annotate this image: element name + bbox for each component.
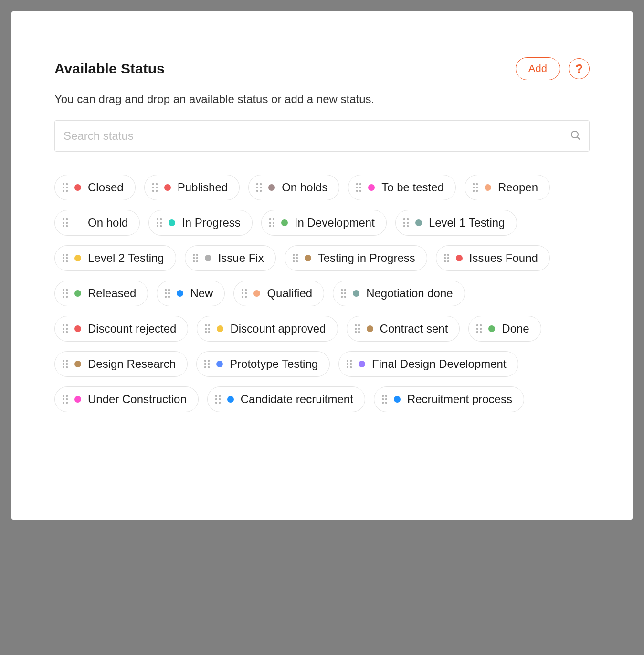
- status-chip[interactable]: Candidate recruitment: [207, 386, 365, 412]
- status-chip[interactable]: In Development: [261, 210, 387, 236]
- status-chip-label: Under Construction: [88, 393, 187, 406]
- drag-handle-icon[interactable]: [269, 218, 274, 227]
- status-chip[interactable]: Qualified: [233, 281, 324, 306]
- status-color-dot: [217, 325, 223, 332]
- search-input[interactable]: [54, 120, 590, 152]
- status-chip[interactable]: Testing in Progress: [285, 245, 427, 271]
- status-color-dot: [415, 219, 422, 226]
- drag-handle-icon[interactable]: [473, 183, 478, 192]
- status-color-dot: [74, 325, 81, 332]
- header-row: Available Status Add ?: [54, 57, 590, 80]
- status-chip-label: Negotiation done: [366, 287, 453, 300]
- drag-handle-icon[interactable]: [157, 218, 162, 227]
- status-chip[interactable]: In Progress: [148, 210, 253, 236]
- status-chip[interactable]: New: [157, 281, 225, 306]
- status-chip-label: Candidate recruitment: [241, 393, 353, 406]
- status-color-dot: [74, 219, 81, 226]
- drag-handle-icon[interactable]: [341, 289, 346, 298]
- status-chip-label: Issue Fix: [218, 251, 264, 265]
- status-color-dot: [305, 255, 311, 261]
- status-chip-label: Recruitment process: [407, 393, 512, 406]
- status-chip-label: Design Research: [88, 357, 176, 371]
- drag-handle-icon[interactable]: [152, 183, 158, 192]
- drag-handle-icon[interactable]: [204, 360, 210, 368]
- status-color-dot: [169, 219, 175, 226]
- status-color-dot: [456, 255, 463, 261]
- status-color-dot: [485, 184, 491, 191]
- status-chip-label: Closed: [88, 181, 124, 194]
- status-color-dot: [253, 290, 260, 297]
- drag-handle-icon[interactable]: [356, 183, 361, 192]
- drag-handle-icon[interactable]: [347, 360, 352, 368]
- status-color-dot: [74, 290, 81, 297]
- drag-handle-icon[interactable]: [63, 360, 68, 368]
- status-chip-label: Done: [502, 322, 529, 335]
- status-chip-label: Testing in Progress: [318, 251, 415, 265]
- drag-handle-icon[interactable]: [165, 289, 170, 298]
- status-color-dot: [164, 184, 171, 191]
- status-chip-label: Qualified: [267, 287, 312, 300]
- status-chip[interactable]: Prototype Testing: [196, 351, 330, 377]
- drag-handle-icon[interactable]: [444, 254, 449, 262]
- add-button[interactable]: Add: [516, 57, 560, 80]
- drag-handle-icon[interactable]: [63, 183, 68, 192]
- status-chip[interactable]: Recruitment process: [374, 386, 524, 412]
- status-chip[interactable]: On holds: [248, 175, 339, 200]
- drag-handle-icon[interactable]: [215, 395, 221, 404]
- status-chip[interactable]: Published: [144, 175, 240, 200]
- status-color-dot: [74, 184, 81, 191]
- status-chip[interactable]: Negotiation done: [333, 281, 465, 306]
- status-color-dot: [74, 255, 81, 261]
- status-chip-list: ClosedPublishedOn holdsTo be testedReope…: [54, 175, 590, 412]
- status-chip[interactable]: Reopen: [465, 175, 550, 200]
- status-chip[interactable]: Discount approved: [197, 316, 338, 342]
- drag-handle-icon[interactable]: [63, 324, 68, 333]
- status-color-dot: [359, 361, 365, 367]
- drag-handle-icon[interactable]: [382, 395, 387, 404]
- status-chip[interactable]: Discount rejected: [54, 316, 188, 342]
- drag-handle-icon[interactable]: [63, 218, 68, 227]
- status-chip-label: New: [190, 287, 213, 300]
- drag-handle-icon[interactable]: [403, 218, 409, 227]
- available-status-panel: Available Status Add ? You can drag and …: [11, 11, 633, 520]
- status-chip-label: Published: [178, 181, 228, 194]
- drag-handle-icon[interactable]: [205, 324, 210, 333]
- status-color-dot: [353, 290, 359, 297]
- status-chip[interactable]: Contract sent: [347, 316, 460, 342]
- status-chip-label: On hold: [88, 216, 128, 229]
- header-actions: Add ?: [516, 57, 590, 80]
- status-chip-label: Discount approved: [230, 322, 326, 335]
- status-chip[interactable]: Closed: [54, 175, 136, 200]
- status-chip[interactable]: Released: [54, 281, 148, 306]
- drag-handle-icon[interactable]: [256, 183, 262, 192]
- status-chip[interactable]: Design Research: [54, 351, 188, 377]
- search-wrap: [54, 120, 590, 152]
- status-chip[interactable]: Level 1 Testing: [395, 210, 517, 236]
- status-chip[interactable]: Issues Found: [436, 245, 550, 271]
- drag-handle-icon[interactable]: [63, 289, 68, 298]
- drag-handle-icon[interactable]: [476, 324, 482, 333]
- status-chip-label: Contract sent: [380, 322, 448, 335]
- drag-handle-icon[interactable]: [355, 324, 360, 333]
- status-chip[interactable]: To be tested: [348, 175, 456, 200]
- status-chip-label: Final Design Development: [372, 357, 506, 371]
- drag-handle-icon[interactable]: [242, 289, 247, 298]
- status-chip[interactable]: Level 2 Testing: [54, 245, 176, 271]
- status-color-dot: [216, 361, 223, 367]
- status-chip[interactable]: Issue Fix: [185, 245, 276, 271]
- help-icon: ?: [575, 62, 583, 76]
- status-chip[interactable]: Under Construction: [54, 386, 199, 412]
- drag-handle-icon[interactable]: [293, 254, 298, 262]
- drag-handle-icon[interactable]: [63, 254, 68, 262]
- status-chip[interactable]: Done: [468, 316, 541, 342]
- status-chip[interactable]: Final Design Development: [338, 351, 518, 377]
- drag-handle-icon[interactable]: [193, 254, 198, 262]
- status-color-dot: [205, 255, 211, 261]
- status-chip[interactable]: On hold: [54, 210, 140, 236]
- status-color-dot: [74, 361, 81, 367]
- status-chip-label: Level 1 Testing: [429, 216, 505, 229]
- drag-handle-icon[interactable]: [63, 395, 68, 404]
- status-chip-label: Issues Found: [469, 251, 538, 265]
- help-button[interactable]: ?: [569, 58, 590, 79]
- status-color-dot: [368, 184, 375, 191]
